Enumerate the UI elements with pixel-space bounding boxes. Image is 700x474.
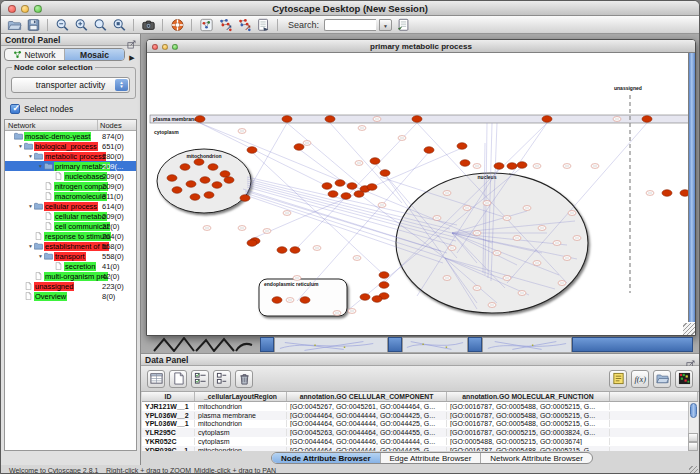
minimize-icon[interactable] bbox=[162, 44, 168, 50]
network-node[interactable] bbox=[204, 192, 214, 199]
network-node[interactable] bbox=[347, 183, 357, 190]
network-node[interactable] bbox=[220, 171, 230, 178]
column-header[interactable]: ID bbox=[142, 392, 195, 401]
background-window-edge[interactable] bbox=[388, 337, 402, 352]
column-header[interactable]: annotation.GO CELLULAR_COMPONENT bbox=[287, 392, 447, 401]
tree-row[interactable]: ▼biological_process651(0) bbox=[5, 141, 136, 151]
table-row[interactable]: YKR052Ccytoplasm[GO:0044464, GO:0044446,… bbox=[142, 437, 698, 446]
network-node[interactable] bbox=[294, 144, 304, 151]
scrollbar-thumb[interactable] bbox=[690, 403, 697, 418]
tree-row[interactable]: cellular metabo209(0) bbox=[5, 211, 136, 221]
network-node[interactable] bbox=[212, 182, 222, 189]
network-node[interactable] bbox=[190, 194, 200, 201]
close-icon[interactable] bbox=[8, 5, 16, 13]
network-node[interactable] bbox=[180, 164, 190, 171]
minimize-icon[interactable] bbox=[21, 5, 29, 13]
tree-row[interactable]: ▼transport558(0) bbox=[5, 251, 136, 261]
network-node[interactable] bbox=[322, 183, 332, 190]
zoom-window-icon[interactable] bbox=[34, 5, 42, 13]
float-panel-icon[interactable] bbox=[127, 35, 136, 44]
collapse-icon[interactable]: ▼ bbox=[27, 153, 34, 159]
network-node[interactable] bbox=[247, 147, 257, 154]
tree-header[interactable]: Network Nodes bbox=[5, 120, 136, 131]
attribute-table-button[interactable] bbox=[147, 370, 165, 388]
select-nodes-checkbox[interactable] bbox=[10, 104, 20, 114]
background-window-titlebar[interactable] bbox=[572, 337, 693, 352]
table-row[interactable]: YJR121W__1mitochondrion[GO:0045267, GO:0… bbox=[142, 402, 698, 411]
zoom-out-icon[interactable] bbox=[54, 17, 70, 32]
network-node[interactable] bbox=[367, 184, 377, 191]
network-window-resize-grip[interactable] bbox=[683, 323, 695, 335]
network-node[interactable] bbox=[290, 247, 300, 254]
network-node[interactable] bbox=[379, 282, 389, 289]
collapse-icon[interactable]: ▼ bbox=[17, 143, 24, 149]
network-window-titlebar[interactable]: primary metabolic process bbox=[147, 40, 695, 53]
label-list-button[interactable] bbox=[609, 370, 627, 388]
tree-row[interactable]: secretion41(0) bbox=[5, 261, 136, 271]
collapse-icon[interactable]: ▼ bbox=[37, 163, 44, 169]
zoom-fit-icon[interactable] bbox=[92, 17, 108, 32]
open-folder-icon[interactable] bbox=[6, 17, 22, 32]
background-window-preview[interactable] bbox=[274, 337, 388, 352]
save-icon[interactable] bbox=[25, 17, 41, 32]
network-node[interactable] bbox=[186, 181, 196, 188]
zoom-window-icon[interactable] bbox=[172, 44, 178, 50]
node-color-dropdown[interactable]: transporter activity bbox=[11, 77, 130, 93]
export-table-icon[interactable] bbox=[255, 17, 271, 32]
network-node[interactable] bbox=[494, 163, 504, 170]
help-ring-icon[interactable] bbox=[169, 17, 185, 32]
background-window-preview[interactable] bbox=[402, 337, 468, 352]
network-node[interactable] bbox=[457, 143, 467, 150]
tree-row[interactable]: ▼primary metabol209(... bbox=[5, 161, 136, 171]
background-window-edge[interactable] bbox=[260, 337, 274, 352]
tree-row[interactable]: mosaic-demo-yeast874(0) bbox=[5, 131, 136, 141]
zoom-in-icon[interactable] bbox=[73, 17, 89, 32]
collapse-icon[interactable]: ▼ bbox=[27, 243, 34, 249]
table-row[interactable]: YPL036W__2plasma membrane[GO:0044464, GO… bbox=[142, 411, 698, 420]
network-node[interactable] bbox=[335, 180, 345, 187]
network-canvas[interactable]: plasma membranecytoplasmmitochondrionnuc… bbox=[147, 53, 695, 335]
float-panel-icon[interactable] bbox=[686, 355, 695, 364]
scroll-down-icon[interactable] bbox=[688, 442, 698, 451]
network-node[interactable] bbox=[380, 170, 390, 177]
tree-row[interactable]: ▼establishment of lo558(0) bbox=[5, 241, 136, 251]
network-node[interactable] bbox=[460, 160, 470, 167]
scroll-up-icon[interactable] bbox=[688, 433, 698, 442]
import-table-icon[interactable] bbox=[395, 17, 411, 32]
unselect-attributes-button[interactable] bbox=[213, 370, 231, 388]
tree-row[interactable]: ▼cellular process614(0) bbox=[5, 201, 136, 211]
app-titlebar[interactable]: Cytoscape Desktop (New Session) bbox=[1, 1, 699, 16]
network-node[interactable] bbox=[360, 294, 370, 301]
network-node[interactable] bbox=[412, 116, 422, 123]
delete-attribute-button[interactable] bbox=[235, 370, 253, 388]
snapshot-icon[interactable] bbox=[140, 17, 156, 32]
collapse-icon[interactable]: ▼ bbox=[27, 203, 34, 209]
network-node[interactable] bbox=[240, 195, 250, 202]
network-node[interactable] bbox=[354, 191, 364, 198]
tab-node-attribute-browser[interactable]: Node Attribute Browser bbox=[272, 453, 381, 463]
network-node[interactable] bbox=[224, 177, 234, 184]
close-icon[interactable] bbox=[152, 44, 158, 50]
tree-row[interactable]: Overview8(0) bbox=[5, 291, 136, 301]
network-node[interactable] bbox=[172, 187, 182, 194]
edit-network-red-icon[interactable] bbox=[236, 17, 252, 32]
network-node[interactable] bbox=[328, 191, 338, 198]
network-node[interactable] bbox=[282, 116, 292, 123]
network-node[interactable] bbox=[507, 163, 517, 170]
search-dropdown-icon[interactable] bbox=[379, 19, 392, 31]
select-attributes-button[interactable] bbox=[191, 370, 209, 388]
tree-row[interactable]: response to stimulu264(0) bbox=[5, 231, 136, 241]
tree-row[interactable]: nitrogen compo209(0) bbox=[5, 181, 136, 191]
network-node[interactable] bbox=[195, 116, 205, 123]
network-node[interactable] bbox=[300, 297, 310, 304]
tab-edge-attribute-browser[interactable]: Edge Attribute Browser bbox=[381, 453, 482, 463]
network-node[interactable] bbox=[325, 116, 335, 123]
more-tabs-icon[interactable] bbox=[127, 46, 137, 64]
network-edge[interactable] bbox=[287, 123, 365, 189]
network-node[interactable] bbox=[167, 175, 177, 182]
network-node[interactable] bbox=[247, 240, 257, 247]
network-node[interactable] bbox=[517, 162, 527, 169]
app-resize-grip[interactable] bbox=[689, 466, 698, 474]
matrix-button[interactable] bbox=[675, 370, 693, 388]
import-folder-button[interactable] bbox=[653, 370, 671, 388]
